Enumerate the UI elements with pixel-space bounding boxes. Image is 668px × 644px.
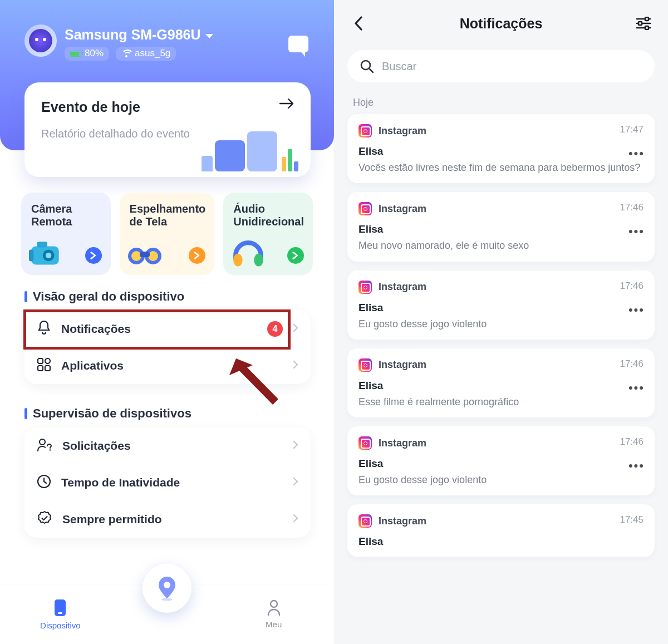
notif-sender: Elisa bbox=[358, 535, 644, 548]
feature-tiles: Câmera Remota Espelhamento de Tela Áudio… bbox=[21, 193, 313, 275]
svg-rect-12 bbox=[38, 358, 43, 363]
notif-body: Eu gosto desse jogo violento bbox=[358, 317, 644, 331]
row-downtime[interactable]: Tempo de Inatividade bbox=[24, 464, 311, 501]
svg-point-6 bbox=[131, 251, 141, 261]
notif-app: Instagram bbox=[379, 515, 426, 527]
notif-sender: Elisa bbox=[358, 223, 644, 235]
svg-point-10 bbox=[233, 254, 243, 267]
search-bar[interactable] bbox=[347, 50, 655, 82]
notif-time: 17:46 bbox=[620, 358, 644, 370]
svg-rect-24 bbox=[645, 17, 649, 21]
wifi-badge: asus_5g bbox=[116, 47, 176, 61]
notifications-header: Notificações bbox=[334, 0, 668, 47]
notif-sender: Elisa bbox=[358, 145, 644, 158]
svg-point-27 bbox=[361, 61, 370, 70]
notif-app: Instagram bbox=[379, 281, 426, 293]
tile-remote-camera[interactable]: Câmera Remota bbox=[21, 193, 111, 275]
battery-icon bbox=[70, 51, 81, 57]
chat-icon[interactable] bbox=[288, 36, 308, 52]
row-requests[interactable]: Solicitações bbox=[24, 427, 311, 464]
svg-point-3 bbox=[46, 253, 51, 258]
requests-icon bbox=[37, 437, 52, 454]
notification-badge: 4 bbox=[267, 321, 283, 337]
overview-panel: Notificações 4 Aplicativos bbox=[24, 311, 311, 384]
chevron-right-icon bbox=[293, 440, 298, 451]
notification-item[interactable]: Instagram 17:46 Elisa Esse filme é realm… bbox=[347, 348, 655, 417]
notification-item[interactable]: Instagram 17:46 Elisa Eu gosto desse jog… bbox=[347, 426, 655, 495]
svg-point-8 bbox=[148, 251, 158, 261]
row-always-allowed[interactable]: Sempre permitido bbox=[24, 501, 311, 538]
tile-one-way-audio[interactable]: Áudio Unidirecional bbox=[223, 193, 313, 275]
notif-sender: Elisa bbox=[358, 380, 644, 392]
tile-screen-mirror[interactable]: Espelhamento de Tela bbox=[120, 193, 215, 275]
svg-rect-20 bbox=[58, 612, 62, 614]
notif-body: Eu gosto desse jogo violento bbox=[358, 473, 644, 486]
filter-button[interactable] bbox=[633, 13, 654, 33]
tab-me[interactable]: Meu bbox=[235, 599, 313, 629]
tile-go-icon bbox=[287, 247, 304, 264]
location-fab[interactable] bbox=[143, 564, 191, 613]
chevron-right-icon bbox=[293, 360, 298, 371]
instagram-icon bbox=[358, 124, 372, 137]
notif-time: 17:46 bbox=[620, 436, 644, 448]
location-pin-icon bbox=[156, 576, 178, 601]
badge-check-icon bbox=[37, 510, 52, 528]
event-title: Evento de hoje bbox=[41, 99, 294, 115]
svg-point-22 bbox=[164, 582, 170, 588]
camera-icon bbox=[29, 239, 63, 267]
notif-time: 17:45 bbox=[620, 514, 644, 525]
tab-device[interactable]: Dispositivo bbox=[21, 598, 99, 630]
svg-point-16 bbox=[40, 439, 45, 445]
notification-item[interactable]: Instagram 17:47 Elisa Vocês estão livres… bbox=[347, 114, 655, 183]
row-apps[interactable]: Aplicativos bbox=[24, 347, 311, 384]
notifications-screen: Notificações Hoje Instagram 17:47 Elisa … bbox=[334, 0, 668, 644]
clock-icon bbox=[37, 474, 51, 491]
notification-item[interactable]: Instagram 17:46 Elisa Meu novo namorado,… bbox=[347, 192, 655, 261]
notification-item[interactable]: Instagram 17:46 Elisa Eu gosto desse jog… bbox=[347, 271, 655, 340]
day-label: Hoje bbox=[353, 97, 668, 109]
notif-time: 17:46 bbox=[620, 202, 644, 213]
device-status: 80% asus_5g bbox=[65, 47, 176, 61]
section-overview-header: Visão geral do dispositivo bbox=[24, 289, 184, 304]
instagram-icon bbox=[358, 436, 372, 450]
svg-rect-26 bbox=[645, 26, 649, 30]
more-icon[interactable]: ••• bbox=[628, 459, 645, 473]
notif-body: Esse filme é realmente pornográfico bbox=[358, 395, 644, 409]
more-icon[interactable]: ••• bbox=[628, 146, 645, 161]
event-illustration bbox=[202, 131, 298, 171]
section-supervision-header: Supervisão de dispositivos bbox=[24, 406, 191, 421]
apps-icon bbox=[37, 357, 51, 374]
notif-app: Instagram bbox=[379, 437, 426, 449]
instagram-icon bbox=[358, 202, 372, 215]
more-icon[interactable]: ••• bbox=[628, 381, 645, 395]
svg-rect-15 bbox=[45, 366, 50, 371]
chevron-right-icon bbox=[293, 514, 298, 525]
tile-go-icon bbox=[85, 247, 102, 264]
notif-sender: Elisa bbox=[358, 458, 644, 470]
back-button[interactable] bbox=[348, 13, 369, 33]
headphones-icon bbox=[231, 239, 266, 267]
wifi-icon bbox=[121, 50, 131, 57]
svg-rect-25 bbox=[638, 22, 642, 25]
chevron-right-icon bbox=[293, 323, 298, 335]
instagram-icon bbox=[358, 281, 372, 294]
more-icon[interactable]: ••• bbox=[628, 224, 645, 239]
device-name-label: Samsung SM-G986U bbox=[65, 27, 201, 43]
instagram-icon bbox=[358, 358, 372, 372]
event-card[interactable]: Evento de hoje Relatório detalhado do ev… bbox=[24, 82, 311, 177]
notif-body: Meu novo namorado, ele é muito sexo bbox=[358, 239, 644, 252]
notif-app: Instagram bbox=[379, 203, 426, 215]
notification-list: Instagram 17:47 Elisa Vocês estão livres… bbox=[334, 114, 668, 557]
search-input[interactable] bbox=[382, 60, 642, 73]
more-icon[interactable]: ••• bbox=[628, 303, 645, 317]
svg-rect-9 bbox=[140, 252, 150, 257]
notification-item[interactable]: Instagram 17:45 Elisa bbox=[347, 504, 655, 557]
search-icon bbox=[360, 59, 374, 73]
avatar[interactable] bbox=[24, 24, 57, 57]
row-notifications[interactable]: Notificações 4 bbox=[24, 311, 311, 347]
instagram-icon bbox=[358, 514, 372, 528]
notif-sender: Elisa bbox=[358, 302, 644, 314]
svg-rect-13 bbox=[45, 358, 50, 363]
notif-app: Instagram bbox=[379, 359, 426, 371]
device-selector[interactable]: Samsung SM-G986U bbox=[65, 27, 213, 43]
